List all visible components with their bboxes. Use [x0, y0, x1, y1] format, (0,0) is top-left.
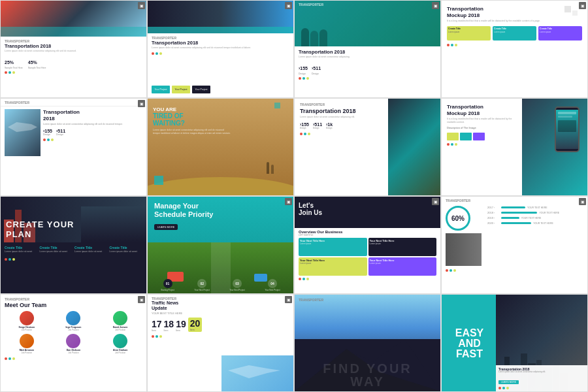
- year-row-4: 2020 › YOUR TEXT HERE: [487, 221, 583, 225]
- slide-9-dots: [5, 258, 142, 261]
- slide-12-logo: TRANSPORTER: [446, 199, 583, 203]
- corner-badge-1: ▣: [138, 2, 145, 9]
- dot-teal: [302, 278, 305, 280]
- learn-more-btn[interactable]: LEARN MORE: [154, 224, 178, 230]
- num-17: 17 Item: [152, 319, 162, 332]
- slide-4-text: It is a long established fact that a rea…: [447, 20, 582, 23]
- slide-14-dots: [152, 335, 289, 338]
- slide-14-nums: 17 Item 18 Item 19 Item 20 Item: [148, 316, 293, 334]
- slide-1-text: Lorem ipsum dolor sit amet consectetur a…: [5, 50, 142, 53]
- you-are-text: YOU ARE: [153, 106, 231, 112]
- dot-teal: [304, 133, 306, 135]
- slide-1-stat2: 45% Sample Text Here: [28, 55, 46, 69]
- slide-16: EASYANDFAST Transportation 2018 Lorem ip…: [441, 294, 588, 392]
- dot-teal: [155, 52, 158, 55]
- slide-10: Manage YourSchedule Priority LEARN MORE …: [147, 196, 294, 294]
- dot-yellow: [455, 143, 457, 146]
- step3: 03 Your Next Project: [229, 279, 244, 291]
- slide-3-image: TRANSPORTER: [295, 1, 440, 46]
- slide-2-text: Lorem ipsum dolor sit amet consectetur a…: [152, 46, 289, 50]
- member-6: Aron Graham Job Position: [98, 334, 142, 354]
- dot-yellow: [455, 44, 457, 46]
- dot-yellow: [12, 258, 15, 261]
- slide-3-people: [301, 28, 327, 46]
- slide-8-dots: [447, 143, 515, 146]
- corner-badge-14: ▣: [285, 296, 292, 303]
- avatar-5: [66, 334, 80, 348]
- dot-red: [299, 77, 301, 80]
- slide-5-content: Transportation2018 Lorem ipsum dolor sit…: [43, 109, 142, 156]
- overview-cards: Your Next Title Here Lorem ipsum Your Ne…: [299, 238, 436, 276]
- dot-yellow: [12, 71, 15, 74]
- dot-red: [300, 133, 302, 135]
- dot-yellow: [308, 133, 310, 135]
- avatar-2: [66, 311, 80, 325]
- stat2: ›511 Design: [56, 129, 65, 136]
- step2: 02 Your Next Project: [195, 279, 210, 291]
- slide-7-logo: TRANSPORTER: [300, 103, 380, 106]
- corner-badge-12: ▣: [579, 198, 586, 205]
- slide-1: ▣ TRANSPORTER Transportation 2018 Lorem …: [0, 0, 147, 98]
- dot-red: [152, 335, 154, 338]
- dot-teal: [47, 139, 50, 141]
- year-row-1: 2017 › YOUR TEXT HERE: [487, 206, 583, 209]
- learn-more-btn-2[interactable]: LEARN MORE: [498, 380, 519, 384]
- dot-red: [299, 278, 301, 280]
- dot-red: [5, 258, 7, 261]
- slide-8-title: TransportationMockup 2018: [447, 104, 515, 116]
- dot-red: [43, 139, 46, 141]
- slide-13-title: Meet Our Team: [5, 302, 142, 308]
- slide-1-stats: 25% Sample Text Here 45% Sample Text Her…: [5, 55, 142, 69]
- slide-1-image: [1, 1, 146, 37]
- card-yellow: Create Title Lorem ipsum: [447, 26, 491, 41]
- ov-card-4: Your Next Title Here Lorem ipsum: [368, 257, 437, 276]
- slide-3-title: Transportation 2018: [299, 49, 436, 55]
- slides-grid: ▣ TRANSPORTER Transportation 2018 Lorem …: [0, 0, 588, 392]
- stat2: ›511Design: [312, 61, 321, 75]
- slide-2: ▣ TRANSPORTER Transportation 2018 Lorem …: [147, 0, 294, 98]
- slide-13: ▣ TRANSPORTER Meet Our Team Serge Deniso…: [0, 294, 147, 392]
- slide-14-title: Traffic NewsUpdate: [152, 301, 289, 312]
- avatar-4: [20, 334, 34, 348]
- phone-mockup: [555, 106, 580, 152]
- slide-14: ▣ TRANSPORTER Traffic NewsUpdate YOUR BE…: [147, 294, 294, 392]
- dot-red: [447, 143, 449, 146]
- slide-12-left: 60%: [446, 206, 485, 266]
- dot-teal: [8, 258, 11, 261]
- slide-8-text: It is a long established fact that a rea…: [447, 118, 515, 124]
- member-4: Matt Arnason Job Position: [5, 334, 49, 354]
- slide-5-logo: TRANSPORTER: [5, 101, 142, 105]
- dot-yellow: [12, 357, 15, 360]
- slide-1-stat1: 25% Sample Text Here: [5, 55, 23, 69]
- slide-5-dots: [43, 139, 142, 141]
- dot-teal: [155, 335, 158, 338]
- year-row-2: 2018 › YOUR TEXT HERE: [487, 211, 583, 214]
- dot-teal: [8, 357, 11, 360]
- num-18: 18 Item: [164, 319, 174, 332]
- slide-10-text: Manage YourSchedule Priority LEARN MORE: [154, 202, 213, 231]
- plane-img: [221, 355, 293, 391]
- slide-3-text: Lorem ipsum dolor sit amet consectetur a…: [299, 56, 436, 59]
- slide-6-bg: YOU ARE TIRED OFWAITING? Lorem ipsum dol…: [148, 99, 293, 196]
- overview-sub: LEFT SUBTITLE: [299, 234, 436, 237]
- dot-red: [447, 44, 449, 46]
- slide-11: ▣ Let'sJoin Us Overview Our Business LEF…: [294, 196, 441, 294]
- dot-yellow: [51, 139, 54, 141]
- slide-11-dots: [299, 278, 436, 280]
- corner-badge-11: ▣: [432, 198, 439, 205]
- avatar-3: [113, 311, 127, 325]
- deco-sq1: [564, 6, 571, 12]
- avatar-1: [20, 311, 34, 325]
- body-text: Lorem ipsum dolor sit amet consectetur a…: [153, 129, 231, 135]
- corner-badge-3: ▣: [432, 2, 439, 9]
- ov-card-2: Your Next Title Here Lorem ipsum: [368, 238, 437, 256]
- slide-5-title: Transportation2018: [43, 109, 142, 122]
- slide-7-content: TRANSPORTER Transportation 2018 Lorem ip…: [295, 99, 385, 139]
- slide-12-dots: [446, 269, 583, 272]
- slide-3-dots: [299, 77, 436, 80]
- easy-fast-section: EASYANDFAST: [442, 295, 497, 392]
- slide-10-bg: Manage YourSchedule Priority LEARN MORE …: [148, 197, 293, 294]
- deco-sq2: [572, 10, 578, 16]
- slide-9: CREATE YOURPLAN Create Title Lorem ipsum…: [0, 196, 147, 294]
- pct-circle: 60%: [446, 206, 470, 231]
